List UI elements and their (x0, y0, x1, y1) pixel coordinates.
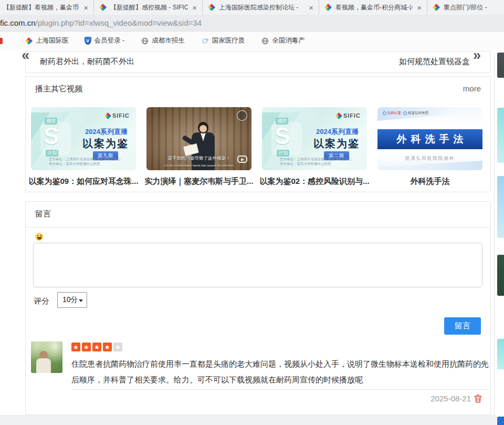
emoji-picker-button[interactable] (35, 233, 43, 241)
more-link[interactable]: more (463, 84, 481, 93)
browser-tab-1[interactable]: 【新提醒】看视频，赢金币-移 × (0, 0, 93, 15)
motif-letter: S (275, 123, 290, 149)
organizer-lines: 主办单位：上海斯菲克微生物应用技术研究中心 承办单位：复旦大学附属中山医院 (280, 157, 352, 166)
prev-video-link[interactable]: 耐药君外出，耐药菌不外出 (40, 57, 134, 67)
banner-subtitle: 慈溪弘和医院院感科 (377, 156, 482, 162)
bookmark-label: 国家医疗质 (212, 36, 245, 45)
bookmark-chengdu[interactable]: 成都市招生 (141, 36, 185, 45)
url-path: /plugin.php?id=xlwsq_video&mod=view&sid=… (36, 18, 202, 27)
star-icon (82, 343, 91, 351)
video-title-3[interactable]: 以案为鉴02：感控风险识别与... (254, 177, 375, 186)
series-label: 2024系列直播 (316, 127, 359, 137)
divider (71, 389, 489, 390)
browser-tab-3[interactable]: 上海国际医院感染控制论坛 - × (202, 0, 319, 15)
play-icon (237, 156, 247, 163)
series-label: 2024系列直播 (85, 127, 128, 137)
hospital-logo-icon (403, 111, 407, 115)
video-title-4[interactable]: 外科洗手法 (370, 177, 490, 186)
sific-diamond-icon (104, 112, 111, 119)
sidebar-partial-thumbnail[interactable] (497, 108, 504, 163)
page-bottom-strip (0, 415, 497, 425)
sific-diamond-icon (335, 112, 342, 119)
sidebar-partial-thumbnail[interactable] (497, 176, 504, 238)
motif-bottom-label: 计划 (46, 150, 58, 157)
bookmark-sific-forum[interactable]: 上海国际医 (25, 36, 69, 45)
chevron-down-icon (79, 299, 83, 302)
comment-card: 留言 评分 10分 留言 住院患者抗菌药物治疗前使用率一直都是头痛的老大难问题，… (25, 201, 491, 415)
video-title-1[interactable]: 以案为鉴09：如何应对耳念珠... (23, 177, 144, 186)
video-thumbnail-4[interactable]: 弘和仁爱 慈溪弘和医院 外科洗手法 慈溪弘和医院院感科 (377, 107, 482, 170)
bookmark-disinfection[interactable]: 全国消毒产 (261, 36, 305, 45)
browser-tab-5[interactable]: 重点部门/部位 - (427, 0, 504, 15)
rating-label: 评分 (34, 296, 49, 306)
organizer-lines: 主办单位：上海斯菲克微生物应用技术研究中心 承办单位：复旦大学附属中山医院 (49, 157, 121, 166)
sific-favicon-icon (433, 4, 440, 11)
submit-comment-button[interactable]: 留言 (444, 317, 481, 335)
quality-platform-icon (202, 37, 209, 45)
comment-input[interactable] (33, 243, 482, 287)
hospital-logos: 弘和仁爱 慈溪弘和医院 (382, 111, 428, 116)
sific-favicon-icon (208, 4, 215, 11)
url-domain: fic.com.cn (0, 18, 36, 27)
bookmark-medical-quality[interactable]: 国家医疗质 (202, 36, 245, 45)
main-title: 以案为鉴 (82, 137, 129, 151)
tab-title: 【新提醒】看视频，赢金币-移 (3, 3, 79, 12)
bookmark-member-login[interactable]: V 会员登录 - (85, 36, 125, 45)
tab-close-icon[interactable]: × (79, 3, 93, 12)
tab-close-icon[interactable]: × (413, 3, 427, 12)
next-video-link[interactable]: 如何规范处置锐器盒 (399, 57, 470, 67)
tab-close-icon[interactable]: × (188, 3, 202, 12)
browser-tab-2[interactable]: 【新提醒】感控视频 - SIFIC视 × (93, 0, 202, 15)
bookmark-label: 全国消毒产 (272, 36, 305, 45)
sidebar-partial-thumbnail[interactable] (497, 417, 504, 425)
partial-bookmark-icon[interactable] (0, 38, 3, 44)
sific-favicon-icon (324, 4, 332, 11)
sidebar-partial-thumbnail[interactable] (497, 339, 504, 369)
motif-bottom-label: 计划 (277, 150, 289, 157)
sific-favicon-icon (25, 37, 33, 45)
page-content: « 耐药君外出，耐药菌不外出 如何规范处置锐器盒 » 播主其它视频 more 感… (0, 50, 504, 425)
prev-arrow-icon[interactable]: « (22, 48, 29, 63)
tab-close-icon[interactable]: × (304, 3, 319, 12)
video-title-2[interactable]: 实力演绎｜塞麦尔韦斯与手卫... (139, 177, 259, 186)
other-videos-card: 播主其它视频 more 感控 S 计划 SIFIC 2024系列直播 以案为鉴 … (25, 76, 491, 192)
decor-swoosh (377, 161, 482, 170)
tab-title: 重点部门/部位 - (444, 3, 504, 12)
browser-tab-bar: 【新提醒】看视频，赢金币-移 × 【新提醒】感控视频 - SIFIC视 × 上海… (0, 0, 504, 15)
sidebar-partial-thumbnail[interactable] (497, 53, 504, 78)
tab-title: 上海国际医院感染控制论坛 - (219, 3, 304, 12)
hospital-logo-icon (383, 111, 386, 115)
subtitle-en: it is the contaminated hands that caused… (146, 164, 251, 167)
video-thumbnail-1[interactable]: 感控 S 计划 SIFIC 2024系列直播 以案为鉴 第九期 主办单位：上海斯… (31, 107, 136, 170)
motif-letter: S (44, 123, 59, 149)
bookmark-label: 上海国际医 (36, 36, 69, 45)
star-icon (92, 343, 101, 351)
globe-icon (261, 37, 269, 45)
star-icon (113, 343, 122, 351)
delete-trash-icon[interactable] (474, 394, 482, 403)
rating-select[interactable]: 10分 (57, 292, 87, 308)
browser-tab-4[interactable]: 看视频，赢金币-积分商城-讨 × (319, 0, 427, 15)
main-title: 以案为鉴 (313, 137, 360, 151)
video-thumbnail-3[interactable]: 感控 S 计划 SIFIC 2024系列直播 以案为鉴 第二期 主办单位：上海斯… (262, 107, 367, 170)
sidebar-divider (494, 53, 495, 415)
star-icon (103, 343, 112, 351)
address-bar[interactable]: fic.com.cn/plugin.php?id=xlwsq_video&mod… (0, 15, 504, 32)
comment-meta: 2025-08-21 (430, 394, 482, 403)
video-thumbnail-2[interactable]: 是手部的污染导致了这些感染！ it is the contaminated ha… (146, 107, 251, 170)
commenter-avatar[interactable] (31, 341, 62, 373)
sidebar-partial-thumbnail[interactable] (497, 255, 504, 296)
comment-date: 2025-08-21 (430, 394, 471, 403)
sific-motif: 感控 S 计划 (271, 122, 302, 156)
sific-motif: 感控 S 计划 (40, 122, 71, 156)
divider (26, 227, 490, 227)
bookmarks-bar: 上海国际医 V 会员登录 - 成都市招生 国家医疗质 全国消毒产 (0, 32, 504, 50)
bookmark-label: 会员登录 - (94, 36, 125, 45)
shield-icon: V (85, 37, 91, 45)
other-videos-title: 播主其它视频 (35, 84, 82, 94)
rating-value: 10分 (62, 295, 78, 305)
next-arrow-icon[interactable]: » (473, 48, 481, 63)
comment-text: 住院患者抗菌药物治疗前使用率一直都是头痛的老大难问题，视频从小处入手，说明了微生… (71, 356, 491, 388)
tab-title: 【新提醒】感控视频 - SIFIC视 (110, 3, 188, 12)
subtitle-cn: 是手部的污染导致了这些感染！ (146, 156, 251, 162)
